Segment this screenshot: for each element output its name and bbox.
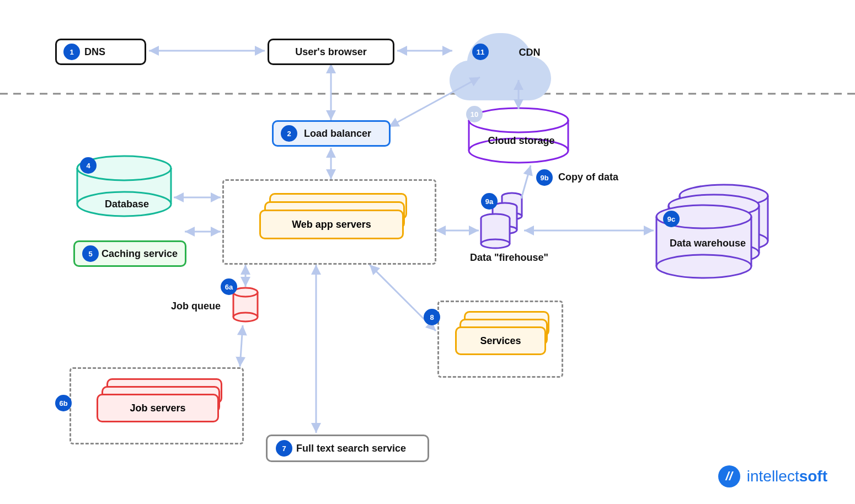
copy-of-data-label-wrap: Copy of data xyxy=(558,169,635,185)
badge-11: 11 xyxy=(472,44,489,60)
caching-label: Caching service xyxy=(101,248,178,260)
badge-8: 8 xyxy=(424,309,440,325)
full-text-label: Full text search service xyxy=(296,443,406,454)
svg-line-55 xyxy=(240,325,243,367)
firehose-label: Data "firehouse" xyxy=(470,252,548,264)
badge-9b: 9b xyxy=(536,169,553,186)
job-servers-stack: Job servers xyxy=(97,378,234,433)
cloud-storage-node: Cloud storage xyxy=(483,132,560,149)
svg-line-59 xyxy=(521,165,531,199)
job-queue-label-wrap: Job queue xyxy=(165,298,226,314)
dns-label: DNS xyxy=(84,46,105,58)
database-label: Database xyxy=(105,199,149,210)
badge-4: 4 xyxy=(80,157,97,174)
svg-point-30 xyxy=(481,239,510,248)
badge-6a: 6a xyxy=(221,278,237,295)
cdn-label: CDN xyxy=(519,47,541,58)
svg-line-49 xyxy=(389,77,480,127)
web-app-stack: Web app servers xyxy=(259,193,419,254)
logo-suffix: soft xyxy=(799,468,827,485)
job-servers-label: Job servers xyxy=(130,403,185,414)
services-stack: Services xyxy=(455,311,554,366)
services-label: Services xyxy=(480,335,521,347)
brand-logo: // intellectsoft xyxy=(718,465,827,487)
badge-2: 2 xyxy=(281,125,297,142)
job-queue-label: Job queue xyxy=(171,301,221,312)
web-app-label: Web app servers xyxy=(292,219,371,230)
firehose-label-wrap: Data "firehouse" xyxy=(462,249,556,266)
badge-7: 7 xyxy=(276,440,292,457)
copy-of-data-label: Copy of data xyxy=(558,171,618,183)
svg-point-10 xyxy=(233,313,258,321)
warehouse-label-wrap: Data warehouse xyxy=(661,235,755,251)
badge-1: 1 xyxy=(63,44,80,60)
badge-6b: 6b xyxy=(55,395,72,411)
cloud-storage-label: Cloud storage xyxy=(488,135,554,147)
badge-5: 5 xyxy=(82,245,99,262)
load-balancer-label: Load balancer xyxy=(304,128,371,140)
logo-mark-icon: // xyxy=(718,465,740,487)
svg-point-45 xyxy=(656,255,751,278)
cdn-node: CDN xyxy=(507,44,552,61)
badge-9c: 9c xyxy=(663,211,680,227)
badge-9a: 9a xyxy=(481,193,498,210)
browser-node: User's browser xyxy=(268,39,394,65)
badge-10: 10 xyxy=(466,106,483,122)
database-node: Database xyxy=(99,196,154,212)
warehouse-label: Data warehouse xyxy=(670,238,746,249)
browser-label: User's browser xyxy=(295,46,366,58)
logo-brand: intellect xyxy=(747,468,799,485)
